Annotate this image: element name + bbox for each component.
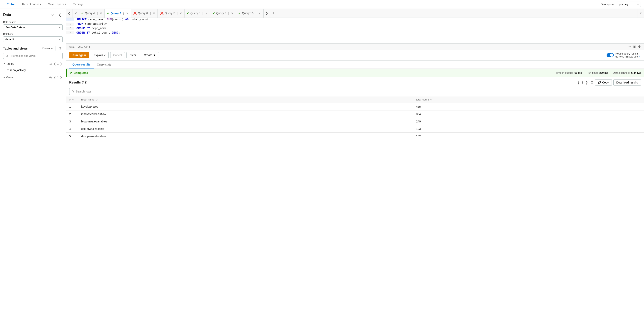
page-nav: ❮ 1 ❯ [576, 80, 589, 85]
query-tabs: ❮ ✕ ✔ Query 4 ⋮ ✕ ✔ Query 5 ⋮ ✕ ❌ Query … [66, 9, 644, 18]
tab-dots-q5[interactable]: ⋮ [122, 12, 125, 15]
tab-status-icon-q8: ✔ [187, 11, 189, 15]
filter-search-wrap [0, 53, 66, 60]
line-content-1: SELECT repo_name, SUM(count) AS total_co… [74, 18, 644, 21]
cell-repo-name: devopsworld-airflow [78, 133, 413, 140]
tab-scroll-right-btn[interactable]: ❯ [263, 9, 270, 17]
views-prev-btn[interactable]: ❮ [53, 75, 56, 79]
views-tree-row[interactable]: ► Views (0) ❮ 1 ❯ [3, 74, 63, 81]
data-source-select[interactable]: AwsDataCatalog [3, 24, 63, 30]
sidebar: Data ⟳ ❮ Data source AwsDataCatalog Data… [0, 9, 66, 314]
tab-query8[interactable]: ✔ Query 8 ⋮ ✕ [184, 9, 210, 17]
filter-tables-input[interactable] [3, 53, 63, 59]
views-next-btn[interactable]: ❯ [60, 75, 63, 79]
tab-editor[interactable]: Editor [3, 0, 18, 8]
metric-runtime: Run time: 370 ms [586, 71, 608, 74]
tables-count: (1) [48, 62, 52, 65]
tables-settings-button[interactable]: ⚙ [57, 45, 63, 51]
table-item-repo-activity[interactable]: □ repo_activity ⋮ [3, 67, 63, 73]
tab-settings[interactable]: Settings [70, 0, 87, 8]
tab-prev-btn[interactable]: ❮ [66, 9, 72, 17]
col-sort-total-count: ▽ [430, 99, 432, 101]
search-rows-wrap [66, 88, 644, 97]
clear-button[interactable]: Clear [126, 52, 139, 58]
cell-total-count: 249 [413, 118, 644, 125]
tab-dots-q8[interactable]: ⋮ [202, 12, 204, 15]
table-row: 4 cdk-mwaa-redshift 193 [66, 125, 644, 133]
results-settings-btn[interactable]: ⚙ [590, 80, 594, 85]
refresh-button[interactable]: ⟳ [50, 12, 56, 17]
tab-query9[interactable]: ✔ Query 9 ⋮ ✕ [210, 9, 236, 17]
create-table-button[interactable]: Create ▼ [40, 46, 56, 51]
search-rows-input[interactable] [69, 88, 159, 95]
table-header-row: # ▽ repo_name ▽ total_count ▽ [66, 97, 644, 103]
cell-repo-name: cdk-mwaa-redshift [78, 125, 413, 133]
prev-page-btn[interactable]: ❮ [576, 80, 580, 85]
table-view-icon-btn[interactable]: ◫ [633, 45, 636, 48]
workgroup-select[interactable]: primary [617, 1, 641, 7]
table-icon: □ [7, 68, 9, 72]
reuse-edit-icon[interactable]: ✎ [638, 55, 641, 58]
settings-icon-btn[interactable]: ⚙ [638, 45, 641, 48]
tab-close-q5[interactable]: ✕ [126, 12, 128, 15]
tab-query-stats[interactable]: Query stats [94, 60, 114, 69]
indent-icon-btn[interactable]: ⇥ [628, 45, 631, 48]
code-editor[interactable]: 1 SELECT repo_name, SUM(count) AS total_… [66, 18, 644, 43]
tables-toggle-icon: ▼ [3, 63, 5, 65]
tabs-more-btn[interactable]: ▼ [638, 9, 644, 17]
download-button[interactable]: Download results [614, 79, 641, 86]
tab-close-q9[interactable]: ✕ [231, 12, 233, 15]
cell-total-count: 465 [413, 103, 644, 111]
run-again-button[interactable]: Run again [69, 52, 89, 58]
tab-query6[interactable]: ❌ Query 6 ⋮ ✕ [131, 9, 158, 17]
tab-dots-q4[interactable]: ⋮ [96, 12, 99, 15]
tab-query4[interactable]: ✔ Query 4 ⋮ ✕ [79, 9, 105, 17]
tab-label-q6: Query 6 [138, 11, 148, 15]
tab-status-icon-q5: ✔ [107, 12, 110, 15]
tables-prev-btn[interactable]: ❮ [53, 62, 56, 66]
tab-close-btn[interactable]: ✕ [72, 9, 79, 17]
next-page-btn[interactable]: ❯ [584, 80, 589, 85]
copy-button[interactable]: 🗍 Copy [595, 79, 612, 86]
tab-close-q6[interactable]: ✕ [153, 12, 155, 15]
add-query-tab-btn[interactable]: + [270, 9, 277, 17]
col-header-rownum[interactable]: # ▽ [66, 97, 78, 103]
tab-close-q4[interactable]: ✕ [100, 12, 102, 15]
tab-close-q7[interactable]: ✕ [180, 12, 182, 15]
views-count: (0) [48, 76, 52, 79]
explain-button[interactable]: Explain ↗ [91, 52, 109, 58]
tab-close-q8[interactable]: ✕ [205, 12, 208, 15]
tab-status-icon-q6: ❌ [133, 11, 137, 15]
tab-query7[interactable]: ❌ Query 7 ⋮ ✕ [158, 9, 184, 17]
tab-dots-q6[interactable]: ⋮ [149, 12, 152, 15]
database-select[interactable]: default [3, 36, 63, 42]
col-header-total-count[interactable]: total_count ▽ [413, 97, 644, 103]
line-number-1: 1 [66, 18, 74, 21]
collapse-sidebar-button[interactable]: ❮ [57, 12, 63, 17]
code-line-4: 4 ORDER BY total_count DESC; [66, 31, 644, 35]
reuse-toggle[interactable] [606, 53, 614, 57]
tab-query5[interactable]: ✔ Query 5 ⋮ ✕ [105, 9, 131, 17]
tab-dots-q10[interactable]: ⋮ [255, 12, 257, 15]
line-content-2: FROM repo_activity [74, 22, 644, 26]
database-label: Database [3, 33, 63, 35]
tables-next-btn[interactable]: ❯ [60, 62, 63, 66]
code-line-2: 2 FROM repo_activity [66, 22, 644, 26]
tab-dots-q9[interactable]: ⋮ [227, 12, 230, 15]
create-button[interactable]: Create ▼ [141, 52, 159, 58]
main-layout: Data ⟳ ❮ Data source AwsDataCatalog Data… [0, 9, 644, 314]
tables-tree-row[interactable]: ▼ Tables (1) ❮ 1 ❯ [3, 60, 63, 67]
results-actions: ❮ 1 ❯ ⚙ 🗍 Copy Download results [576, 79, 641, 86]
tab-query-results[interactable]: Query results [69, 60, 94, 69]
col-header-repo-name[interactable]: repo_name ▽ [78, 97, 413, 103]
tab-saved-queries[interactable]: Saved queries [45, 0, 70, 8]
tab-status-icon-q10: ✔ [238, 11, 241, 15]
tab-recent-queries[interactable]: Recent queries [18, 0, 44, 8]
tab-close-q10[interactable]: ✕ [258, 12, 261, 15]
code-line-3: 3 GROUP BY repo_name [66, 26, 644, 31]
tab-query10[interactable]: ✔ Query 10 ⋮ ✕ [236, 9, 263, 17]
tab-dots-q7[interactable]: ⋮ [176, 12, 178, 15]
cancel-button[interactable]: Cancel [110, 52, 125, 58]
status-mode: SQL [69, 45, 74, 48]
table-row: 2 innovateaiml-airflow 394 [66, 111, 644, 118]
